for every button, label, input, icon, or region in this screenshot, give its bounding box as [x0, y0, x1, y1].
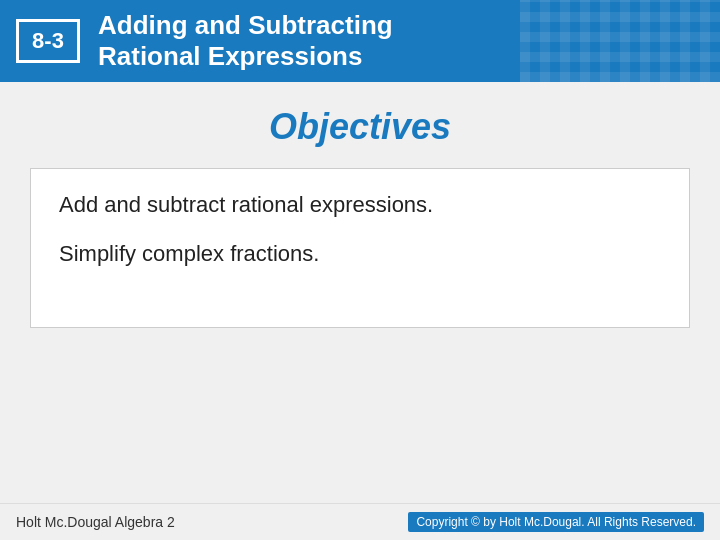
- footer-copyright: Copyright © by Holt Mc.Dougal. All Right…: [408, 512, 704, 532]
- objective-item-1: Add and subtract rational expressions.: [59, 191, 661, 220]
- objectives-box: Add and subtract rational expressions. S…: [30, 168, 690, 328]
- footer-publisher: Holt Mc.Dougal Algebra 2: [16, 514, 175, 530]
- footer: Holt Mc.Dougal Algebra 2 Copyright © by …: [0, 503, 720, 540]
- header: 8-3 Adding and Subtracting Rational Expr…: [0, 0, 720, 82]
- lesson-badge: 8-3: [16, 19, 80, 63]
- objectives-title: Objectives: [30, 102, 690, 152]
- objective-item-2: Simplify complex fractions.: [59, 240, 661, 269]
- content-area: Objectives Add and subtract rational exp…: [0, 82, 720, 512]
- header-title: Adding and Subtracting Rational Expressi…: [98, 10, 393, 72]
- header-title-line1: Adding and Subtracting: [98, 10, 393, 41]
- header-bg-pattern: [520, 0, 720, 82]
- header-title-line2: Rational Expressions: [98, 41, 393, 72]
